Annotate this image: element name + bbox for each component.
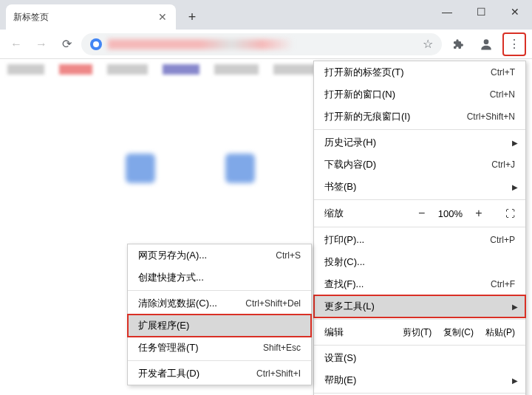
menu-shortcut: Ctrl+P <box>490 235 515 245</box>
main-menu: 打开新的标签页(T)Ctrl+T打开新的窗口(N)Ctrl+N打开新的无痕窗口(… <box>313 61 526 395</box>
close-tab-icon[interactable]: ✕ <box>157 11 168 23</box>
menu-shortcut: Shift+Esc <box>263 343 301 353</box>
submenu-item-task-manager[interactable]: 任务管理器(T)Shift+Esc <box>128 337 311 359</box>
menu-item-label: 打开新的标签页(T) <box>324 66 491 79</box>
menu-item-label: 帮助(E) <box>324 374 515 387</box>
submenu-item-clear-data[interactable]: 清除浏览数据(C)...Ctrl+Shift+Del <box>128 292 311 315</box>
shortcut-icon <box>225 154 255 183</box>
close-window-button[interactable]: ✕ <box>498 0 532 24</box>
menu-item-label: 投射(C)... <box>324 255 515 269</box>
menu-item-help[interactable]: 帮助(E)▶ <box>314 369 525 391</box>
cut-action[interactable]: 剪切(T) <box>403 326 432 339</box>
menu-item-label: 网页另存为(A)... <box>138 249 276 262</box>
more-tools-submenu: 网页另存为(A)...Ctrl+S创建快捷方式...清除浏览数据(C)...Ct… <box>127 244 312 385</box>
menu-item-bookmarks[interactable]: 书签(B)▶ <box>314 176 525 198</box>
back-button[interactable]: ← <box>6 34 27 55</box>
reload-button[interactable]: ⟳ <box>56 34 77 55</box>
bookmark-item[interactable] <box>7 64 44 75</box>
maximize-button[interactable]: ☐ <box>464 0 498 24</box>
menu-shortcut: Ctrl+Shift+N <box>467 111 515 122</box>
shortcut-tile[interactable] <box>126 154 155 205</box>
address-bar[interactable]: ☆ <box>81 33 442 55</box>
menu-item-label: 打开新的窗口(N) <box>324 88 490 101</box>
shortcut-icon <box>126 154 155 183</box>
svg-point-0 <box>93 41 99 47</box>
menu-shortcut: Ctrl+Shift+Del <box>245 298 301 309</box>
zoom-value: 100% <box>438 208 463 219</box>
shortcut-tile[interactable] <box>225 154 255 205</box>
menu-item-more-tools[interactable]: 更多工具(L)▶ <box>314 295 525 317</box>
site-icon <box>90 38 102 50</box>
menu-item-label: 更多工具(L) <box>324 300 515 313</box>
edit-row: 编辑 剪切(T) 复制(C) 粘贴(P) <box>314 321 525 343</box>
new-tab-button[interactable]: + <box>182 7 202 27</box>
submenu-arrow-icon: ▶ <box>512 183 518 191</box>
svg-point-1 <box>484 39 489 44</box>
bookmark-item[interactable] <box>107 64 148 75</box>
menu-shortcut: Ctrl+J <box>491 159 515 170</box>
menu-item-label: 扩展程序(E) <box>138 319 301 332</box>
browser-tab[interactable]: 新标签页 ✕ <box>6 4 176 30</box>
bookmark-item[interactable] <box>59 64 92 75</box>
menu-item-label: 打印(P)... <box>324 233 490 247</box>
menu-shortcut: Ctrl+Shift+I <box>256 368 301 379</box>
zoom-in-button[interactable]: + <box>473 207 485 220</box>
menu-item-label: 设置(S) <box>324 351 515 365</box>
tab-title: 新标签页 <box>13 11 157 24</box>
menu-item-history[interactable]: 历史记录(H)▶ <box>314 131 525 154</box>
submenu-arrow-icon: ▶ <box>512 377 518 385</box>
menu-item-label: 任务管理器(T) <box>138 341 263 354</box>
submenu-item-extensions[interactable]: 扩展程序(E) <box>128 315 311 337</box>
menu-item-label: 打开新的无痕窗口(I) <box>324 110 467 123</box>
minimize-button[interactable]: — <box>430 0 464 24</box>
menu-item-incognito[interactable]: 打开新的无痕窗口(I)Ctrl+Shift+N <box>314 106 525 128</box>
bookmark-item[interactable] <box>214 64 259 75</box>
menu-item-settings[interactable]: 设置(S) <box>314 347 525 369</box>
menu-item-label: 清除浏览数据(C)... <box>138 297 245 310</box>
profile-icon[interactable] <box>474 32 498 56</box>
menu-item-label: 创建快捷方式... <box>138 271 301 284</box>
bookmark-item[interactable] <box>163 64 200 75</box>
menu-shortcut: Ctrl+T <box>491 67 515 78</box>
toolbar: ← → ⟳ ☆ ⋮ <box>0 30 532 59</box>
menu-item-cast[interactable]: 投射(C)... <box>314 251 525 273</box>
zoom-out-button[interactable]: − <box>416 207 428 220</box>
menu-item-label: 下载内容(D) <box>324 158 491 171</box>
submenu-arrow-icon: ▶ <box>512 139 518 147</box>
main-menu-button[interactable]: ⋮ <box>502 32 526 56</box>
menu-item-new-tab[interactable]: 打开新的标签页(T)Ctrl+T <box>314 61 525 83</box>
menu-shortcut: Ctrl+S <box>276 250 301 261</box>
fullscreen-icon[interactable]: ⛶ <box>505 208 515 219</box>
menu-shortcut: Ctrl+N <box>490 89 515 100</box>
submenu-item-dev-tools[interactable]: 开发者工具(D)Ctrl+Shift+I <box>128 363 311 385</box>
submenu-item-create-shortcut[interactable]: 创建快捷方式... <box>128 267 311 289</box>
menu-item-downloads[interactable]: 下载内容(D)Ctrl+J <box>314 154 525 176</box>
forward-button[interactable]: → <box>31 34 52 55</box>
menu-item-label: 历史记录(H) <box>324 136 515 149</box>
menu-item-new-window[interactable]: 打开新的窗口(N)Ctrl+N <box>314 83 525 106</box>
menu-item-label: 开发者工具(D) <box>138 367 256 380</box>
zoom-row: 缩放 − 100% + ⛶ <box>314 202 525 225</box>
submenu-arrow-icon: ▶ <box>512 303 518 311</box>
menu-item-label: 书签(B) <box>324 180 515 193</box>
menu-item-label: 查找(F)... <box>324 278 491 291</box>
menu-item-print[interactable]: 打印(P)...Ctrl+P <box>314 229 525 251</box>
copy-action[interactable]: 复制(C) <box>443 326 474 339</box>
menu-item-find[interactable]: 查找(F)...Ctrl+F <box>314 273 525 295</box>
menu-shortcut: Ctrl+F <box>491 279 515 289</box>
submenu-item-save-as[interactable]: 网页另存为(A)...Ctrl+S <box>128 244 311 267</box>
bookmark-star-icon[interactable]: ☆ <box>423 37 433 51</box>
extensions-icon[interactable] <box>446 32 470 56</box>
paste-action[interactable]: 粘贴(P) <box>485 326 515 339</box>
zoom-label: 缩放 <box>324 207 416 220</box>
edit-label: 编辑 <box>324 326 391 339</box>
url-text <box>108 39 417 49</box>
